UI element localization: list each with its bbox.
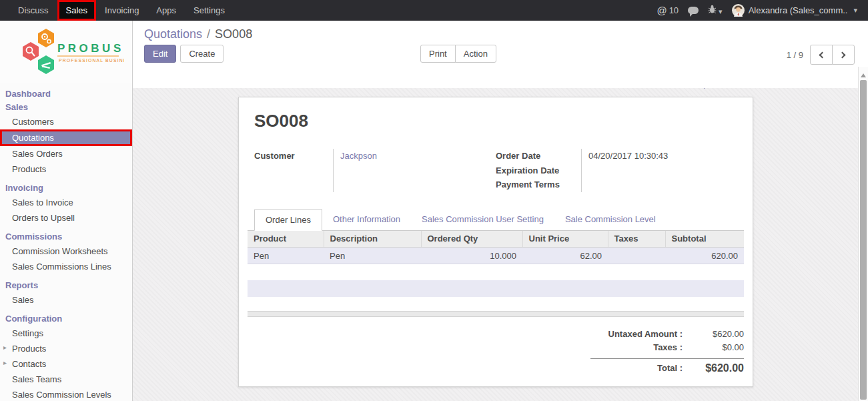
table-header-row: Product Description Ordered Qty Unit Pri… <box>248 231 744 248</box>
avatar <box>732 4 745 17</box>
empty-list-row[interactable] <box>248 280 744 297</box>
sidebar-item-orders-to-upsell[interactable]: Orders to Upsell <box>0 210 132 226</box>
taxes-label: Taxes : <box>590 341 692 354</box>
cell-description[interactable]: Pen <box>324 248 421 264</box>
sidebar-heading-configuration[interactable]: Configuration <box>0 308 132 326</box>
sidebar-item-products[interactable]: Products <box>0 161 132 177</box>
action-dropdown-button[interactable]: Action <box>455 45 496 63</box>
logo-brand-text: PROBUSE <box>57 42 124 55</box>
bug-icon <box>708 5 717 14</box>
cell-subtotal[interactable]: 620.00 <box>665 248 744 264</box>
expiration-date-label: Expiration Date <box>496 163 581 178</box>
untaxed-amount-label: Untaxed Amount : <box>590 328 692 341</box>
pager-previous-button[interactable] <box>810 45 833 65</box>
sidebar-heading-reports[interactable]: Reports <box>0 274 132 292</box>
nav-sales[interactable]: Sales <box>57 0 97 21</box>
sidebar-item-sales-orders[interactable]: Sales Orders <box>0 146 132 161</box>
scrollbar-thumb[interactable] <box>860 80 867 400</box>
logo-hexagon-search <box>23 42 39 61</box>
sidebar-item-sales-commissions-lines[interactable]: Sales Commissions Lines <box>0 259 132 274</box>
nav-invoicing[interactable]: Invoicing <box>96 0 147 21</box>
order-lines-table: Product Description Ordered Qty Unit Pri… <box>248 231 744 265</box>
cell-product[interactable]: Pen <box>248 248 324 264</box>
pager-next-button[interactable] <box>832 45 855 65</box>
at-icon: @ <box>657 5 667 16</box>
notebook-tabs: Order Lines Other Information Sales Comm… <box>248 208 744 231</box>
sidebar-item-sales-commission-levels[interactable]: Sales Commission Levels <box>0 387 132 401</box>
tab-order-lines[interactable]: Order Lines <box>254 209 322 231</box>
sidebar-item-commission-worksheets[interactable]: Commission Worksheets <box>0 244 132 259</box>
sidebar-item-settings[interactable]: Settings <box>0 326 132 341</box>
sidebar-heading-commissions[interactable]: Commissions <box>0 226 132 244</box>
taxes-value: $0.00 <box>692 341 744 354</box>
total-label: Total : <box>590 362 692 375</box>
print-dropdown-button[interactable]: Print <box>420 45 456 63</box>
create-button[interactable]: Create <box>180 45 224 63</box>
sidebar-heading-dashboard[interactable]: Dashboard <box>0 83 132 101</box>
edit-button[interactable]: Edit <box>144 45 176 63</box>
column-product[interactable]: Product <box>248 231 324 248</box>
chevron-right-icon <box>839 51 846 58</box>
sidebar-item-sales-to-invoice[interactable]: Sales to Invoice <box>0 195 132 210</box>
payment-terms-value <box>588 177 737 192</box>
sidebar-item-reports-sales[interactable]: Sales <box>0 292 132 308</box>
vertical-scrollbar[interactable] <box>858 67 868 401</box>
cell-taxes[interactable] <box>608 248 665 264</box>
cell-unit-price[interactable]: 62.00 <box>522 248 608 264</box>
company-logo[interactable]: PROBUSE PROFESSIONAL BUSINESS <box>0 21 132 83</box>
tab-sales-commission-user-setting[interactable]: Sales Commission User Setting <box>411 209 554 231</box>
totals-block: Untaxed Amount : $620.00 Taxes : $0.00 T… <box>590 328 744 375</box>
column-description[interactable]: Description <box>324 231 421 248</box>
breadcrumb-separator: / <box>205 27 211 41</box>
order-date-value: 04/20/2017 10:30:43 <box>588 149 737 163</box>
nav-settings[interactable]: Settings <box>185 0 234 21</box>
document-title: SO008 <box>254 111 744 131</box>
sidebar-item-quotations[interactable]: Quotations <box>0 129 132 146</box>
pager-count: 1 / 9 <box>787 50 803 60</box>
logo-hexagon-gear <box>38 29 54 47</box>
payment-terms-label: Payment Terms <box>496 177 581 192</box>
untaxed-amount-value: $620.00 <box>692 328 744 341</box>
customer-label: Customer <box>254 149 333 163</box>
control-panel: Quotations / SO008 Edit Create Print Act… <box>133 21 868 88</box>
sidebar-item-customers[interactable]: Customers <box>0 114 132 129</box>
breadcrumb: Quotations / SO008 <box>133 21 868 41</box>
expiration-date-value <box>588 163 737 178</box>
column-taxes[interactable]: Taxes <box>608 231 665 248</box>
total-value: $620.00 <box>692 362 744 375</box>
column-subtotal[interactable]: Subtotal <box>665 231 744 248</box>
breadcrumb-quotations[interactable]: Quotations <box>144 27 202 41</box>
sidebar-heading-invoicing[interactable]: Invoicing <box>0 177 132 195</box>
sidebar-heading-sales[interactable]: Sales <box>0 101 132 114</box>
sidebar-item-config-contacts[interactable]: Contacts <box>0 356 132 372</box>
pager: 1 / 9 <box>787 45 855 65</box>
user-menu[interactable]: Alexandra (Sales_comm.. <box>732 4 857 17</box>
mentions-count: 10 <box>669 5 679 15</box>
logo-tagline: PROFESSIONAL BUSINESS <box>59 58 124 63</box>
scrollbar-up-arrow[interactable] <box>861 71 866 77</box>
content-area: SO008 Customer Jackpson Order Date Expir… <box>133 88 868 401</box>
sidebar-item-sales-teams[interactable]: Sales Teams <box>0 372 132 387</box>
sidebar-item-config-products[interactable]: Products <box>0 341 132 356</box>
quotation-form-sheet: SO008 Customer Jackpson Order Date Expir… <box>238 97 753 387</box>
breadcrumb-current: SO008 <box>215 27 252 41</box>
column-ordered-qty[interactable]: Ordered Qty <box>421 231 522 248</box>
nav-apps[interactable]: Apps <box>147 0 185 21</box>
nav-discuss[interactable]: Discuss <box>9 0 57 21</box>
chat-icon[interactable] <box>688 7 699 14</box>
topbar-right: @ 10 Alexandra (Sales_comm.. <box>657 4 868 17</box>
tab-other-information[interactable]: Other Information <box>322 209 411 231</box>
top-menus: Discuss Sales Invoicing Apps Settings <box>0 0 234 21</box>
chevron-left-icon <box>819 51 826 58</box>
section-separator <box>248 311 744 317</box>
customer-value[interactable]: Jackpson <box>340 149 496 163</box>
column-unit-price[interactable]: Unit Price <box>522 231 608 248</box>
mentions-button[interactable]: @ 10 <box>657 5 679 16</box>
totals-divider <box>590 358 744 359</box>
bug-menu[interactable] <box>708 5 723 16</box>
cell-ordered-qty[interactable]: 10.000 <box>421 248 522 264</box>
table-row[interactable]: Pen Pen 10.000 62.00 620.00 <box>248 248 744 264</box>
sidebar: PROBUSE PROFESSIONAL BUSINESS Dashboard … <box>0 21 133 401</box>
tab-sale-commission-level[interactable]: Sale Commission Level <box>554 209 667 231</box>
top-navbar: Discuss Sales Invoicing Apps Settings @ … <box>0 0 868 21</box>
